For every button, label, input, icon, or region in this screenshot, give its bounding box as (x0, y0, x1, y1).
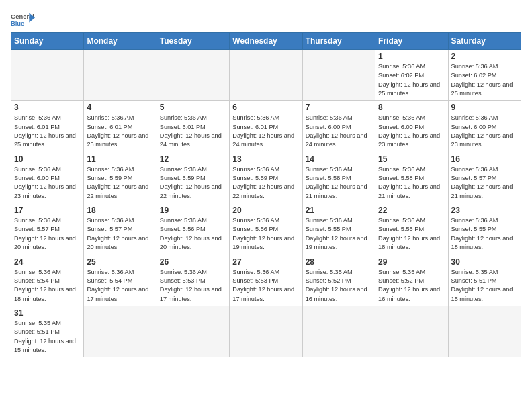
day-header-friday: Friday (375, 33, 448, 50)
calendar-cell: 4Sunrise: 5:36 AM Sunset: 6:01 PM Daylig… (84, 101, 157, 152)
day-number: 28 (306, 257, 372, 267)
day-info: Sunrise: 5:36 AM Sunset: 5:57 PM Dayligh… (87, 216, 153, 252)
day-number: 15 (378, 154, 445, 164)
day-info: Sunrise: 5:36 AM Sunset: 6:01 PM Dayligh… (14, 113, 81, 149)
day-number: 16 (451, 154, 518, 164)
calendar-week-row: 3Sunrise: 5:36 AM Sunset: 6:01 PM Daylig… (11, 101, 521, 152)
day-number: 27 (232, 257, 299, 267)
day-number: 1 (378, 52, 445, 61)
day-header-tuesday: Tuesday (157, 33, 229, 50)
calendar: SundayMondayTuesdayWednesdayThursdayFrid… (11, 32, 521, 357)
day-info: Sunrise: 5:36 AM Sunset: 5:59 PM Dayligh… (87, 165, 153, 201)
calendar-cell: 2Sunrise: 5:36 AM Sunset: 6:02 PM Daylig… (448, 50, 521, 101)
calendar-cell: 25Sunrise: 5:36 AM Sunset: 5:54 PM Dayli… (84, 255, 157, 306)
day-number: 23 (451, 205, 518, 215)
day-number: 8 (378, 103, 445, 112)
day-number: 24 (14, 257, 81, 267)
header: General Blue (11, 11, 521, 30)
calendar-cell (302, 50, 375, 101)
calendar-cell: 12Sunrise: 5:36 AM Sunset: 5:59 PM Dayli… (157, 152, 229, 203)
day-info: Sunrise: 5:36 AM Sunset: 5:57 PM Dayligh… (451, 165, 518, 201)
day-number: 10 (14, 154, 81, 164)
svg-text:Blue: Blue (11, 20, 24, 27)
calendar-cell: 13Sunrise: 5:36 AM Sunset: 5:59 PM Dayli… (230, 152, 302, 203)
day-info: Sunrise: 5:35 AM Sunset: 5:51 PM Dayligh… (451, 268, 518, 304)
day-number: 22 (378, 205, 445, 215)
calendar-cell: 28Sunrise: 5:35 AM Sunset: 5:52 PM Dayli… (302, 255, 375, 306)
calendar-cell: 3Sunrise: 5:36 AM Sunset: 6:01 PM Daylig… (11, 101, 84, 152)
calendar-cell: 5Sunrise: 5:36 AM Sunset: 6:01 PM Daylig… (157, 101, 229, 152)
calendar-cell: 20Sunrise: 5:36 AM Sunset: 5:56 PM Dayli… (230, 203, 302, 255)
day-number: 2 (451, 52, 518, 61)
calendar-cell: 8Sunrise: 5:36 AM Sunset: 6:00 PM Daylig… (375, 101, 448, 152)
day-info: Sunrise: 5:36 AM Sunset: 6:01 PM Dayligh… (160, 113, 226, 149)
calendar-cell (157, 50, 229, 101)
logo: General Blue (11, 11, 35, 30)
calendar-cell: 1Sunrise: 5:36 AM Sunset: 6:02 PM Daylig… (375, 50, 448, 101)
calendar-cell: 18Sunrise: 5:36 AM Sunset: 5:57 PM Dayli… (84, 203, 157, 255)
day-info: Sunrise: 5:36 AM Sunset: 6:00 PM Dayligh… (14, 165, 81, 201)
day-number: 6 (232, 103, 299, 112)
day-number: 4 (87, 103, 153, 112)
calendar-cell (302, 306, 375, 357)
calendar-week-row: 17Sunrise: 5:36 AM Sunset: 5:57 PM Dayli… (11, 203, 521, 255)
day-header-monday: Monday (84, 33, 157, 50)
day-info: Sunrise: 5:35 AM Sunset: 5:51 PM Dayligh… (14, 319, 81, 355)
day-number: 7 (306, 103, 372, 112)
day-info: Sunrise: 5:36 AM Sunset: 6:00 PM Dayligh… (378, 113, 445, 149)
calendar-cell (157, 306, 229, 357)
day-info: Sunrise: 5:36 AM Sunset: 5:55 PM Dayligh… (306, 216, 372, 252)
calendar-cell (84, 306, 157, 357)
day-info: Sunrise: 5:36 AM Sunset: 5:54 PM Dayligh… (87, 268, 153, 304)
day-number: 29 (378, 257, 445, 267)
calendar-cell: 7Sunrise: 5:36 AM Sunset: 6:00 PM Daylig… (302, 101, 375, 152)
day-info: Sunrise: 5:36 AM Sunset: 5:58 PM Dayligh… (378, 165, 445, 201)
calendar-week-row: 31Sunrise: 5:35 AM Sunset: 5:51 PM Dayli… (11, 306, 521, 357)
calendar-cell: 6Sunrise: 5:36 AM Sunset: 6:01 PM Daylig… (230, 101, 302, 152)
calendar-cell: 9Sunrise: 5:36 AM Sunset: 6:00 PM Daylig… (448, 101, 521, 152)
calendar-header-row: SundayMondayTuesdayWednesdayThursdayFrid… (11, 33, 521, 50)
day-number: 14 (306, 154, 372, 164)
calendar-cell: 23Sunrise: 5:36 AM Sunset: 5:55 PM Dayli… (448, 203, 521, 255)
day-info: Sunrise: 5:36 AM Sunset: 5:59 PM Dayligh… (232, 165, 299, 201)
calendar-cell: 10Sunrise: 5:36 AM Sunset: 6:00 PM Dayli… (11, 152, 84, 203)
day-number: 20 (232, 205, 299, 215)
day-number: 17 (14, 205, 81, 215)
title-block (35, 11, 521, 12)
day-info: Sunrise: 5:36 AM Sunset: 6:02 PM Dayligh… (378, 62, 445, 98)
calendar-cell: 30Sunrise: 5:35 AM Sunset: 5:51 PM Dayli… (448, 255, 521, 306)
day-number: 31 (14, 308, 81, 318)
calendar-cell: 21Sunrise: 5:36 AM Sunset: 5:55 PM Dayli… (302, 203, 375, 255)
day-number: 12 (160, 154, 226, 164)
day-number: 30 (451, 257, 518, 267)
day-info: Sunrise: 5:35 AM Sunset: 5:52 PM Dayligh… (378, 268, 445, 304)
calendar-cell: 31Sunrise: 5:35 AM Sunset: 5:51 PM Dayli… (11, 306, 84, 357)
calendar-cell: 15Sunrise: 5:36 AM Sunset: 5:58 PM Dayli… (375, 152, 448, 203)
day-number: 3 (14, 103, 81, 112)
day-info: Sunrise: 5:35 AM Sunset: 5:52 PM Dayligh… (306, 268, 372, 304)
day-info: Sunrise: 5:36 AM Sunset: 6:00 PM Dayligh… (306, 113, 372, 149)
day-number: 26 (160, 257, 226, 267)
day-info: Sunrise: 5:36 AM Sunset: 5:57 PM Dayligh… (14, 216, 81, 252)
day-number: 13 (232, 154, 299, 164)
calendar-week-row: 1Sunrise: 5:36 AM Sunset: 6:02 PM Daylig… (11, 50, 521, 101)
calendar-cell (375, 306, 448, 357)
calendar-cell: 22Sunrise: 5:36 AM Sunset: 5:55 PM Dayli… (375, 203, 448, 255)
calendar-cell: 11Sunrise: 5:36 AM Sunset: 5:59 PM Dayli… (84, 152, 157, 203)
calendar-cell: 14Sunrise: 5:36 AM Sunset: 5:58 PM Dayli… (302, 152, 375, 203)
day-number: 19 (160, 205, 226, 215)
calendar-cell (11, 50, 84, 101)
day-info: Sunrise: 5:36 AM Sunset: 5:53 PM Dayligh… (160, 268, 226, 304)
calendar-cell: 17Sunrise: 5:36 AM Sunset: 5:57 PM Dayli… (11, 203, 84, 255)
day-info: Sunrise: 5:36 AM Sunset: 6:02 PM Dayligh… (451, 62, 518, 98)
calendar-cell: 27Sunrise: 5:36 AM Sunset: 5:53 PM Dayli… (230, 255, 302, 306)
day-info: Sunrise: 5:36 AM Sunset: 5:59 PM Dayligh… (160, 165, 226, 201)
day-number: 11 (87, 154, 153, 164)
calendar-cell: 16Sunrise: 5:36 AM Sunset: 5:57 PM Dayli… (448, 152, 521, 203)
calendar-week-row: 10Sunrise: 5:36 AM Sunset: 6:00 PM Dayli… (11, 152, 521, 203)
day-info: Sunrise: 5:36 AM Sunset: 5:56 PM Dayligh… (160, 216, 226, 252)
calendar-cell: 24Sunrise: 5:36 AM Sunset: 5:54 PM Dayli… (11, 255, 84, 306)
calendar-cell (84, 50, 157, 101)
day-number: 9 (451, 103, 518, 112)
day-info: Sunrise: 5:36 AM Sunset: 5:53 PM Dayligh… (232, 268, 299, 304)
